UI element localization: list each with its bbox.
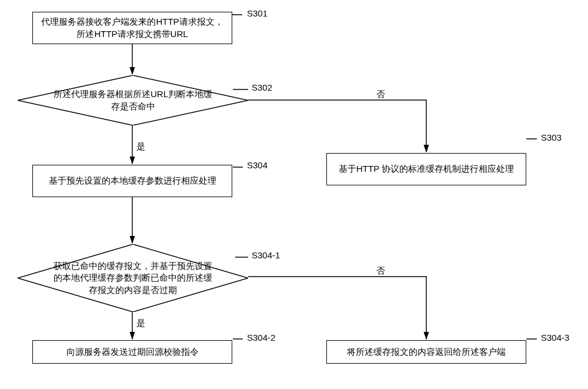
s302-no-label: 否	[376, 89, 385, 100]
step-s304-3-box: 将所述缓存报文的内容返回给所述客户端	[326, 340, 526, 364]
step-s301-box: 代理服务器接收客户端发来的HTTP请求报文，所述HTTP请求报文携带URL	[32, 12, 232, 44]
step-s304-2-box: 向源服务器发送过期回源校验指令	[32, 340, 232, 364]
s304-1-no-label: 否	[376, 265, 385, 277]
flowchart-canvas: 代理服务器接收客户端发来的HTTP请求报文，所述HTTP请求报文携带URL S3…	[0, 0, 588, 389]
step-s304-2-id: S304-2	[247, 333, 275, 343]
step-s301-id: S301	[247, 8, 268, 18]
step-s304-1-text: 获取已命中的缓存报文，并基于预先设置的本地代理缓存参数判断已命中的所述缓存报文的…	[50, 260, 216, 296]
step-s304-1-diamond: 获取已命中的缓存报文，并基于预先设置的本地代理缓存参数判断已命中的所述缓存报文的…	[18, 244, 248, 312]
step-s302-diamond: 所述代理服务器根据所述URL判断本地缓存是否命中	[18, 75, 248, 125]
step-s303-box: 基于HTTP 协议的标准缓存机制进行相应处理	[326, 153, 526, 185]
step-s304-box: 基于预先设置的本地缓存参数进行相应处理	[32, 165, 232, 197]
step-s304-1-id: S304-1	[252, 250, 280, 260]
step-s304-id: S304	[247, 160, 268, 170]
step-s303-text: 基于HTTP 协议的标准缓存机制进行相应处理	[339, 163, 514, 175]
step-s304-2-text: 向源服务器发送过期回源校验指令	[66, 346, 199, 358]
step-s304-3-id: S304-3	[541, 333, 569, 343]
step-s304-text: 基于预先设置的本地缓存参数进行相应处理	[49, 175, 216, 187]
step-s302-id: S302	[252, 82, 272, 92]
step-s301-text: 代理服务器接收客户端发来的HTTP请求报文，所述HTTP请求报文携带URL	[38, 16, 227, 40]
step-s303-id: S303	[541, 132, 562, 142]
s302-yes-label: 是	[136, 141, 145, 152]
step-s304-3-text: 将所述缓存报文的内容返回给所述客户端	[347, 346, 506, 358]
step-s302-text: 所述代理服务器根据所述URL判断本地缓存是否命中	[53, 88, 213, 112]
s304-1-yes-label: 是	[136, 318, 145, 329]
